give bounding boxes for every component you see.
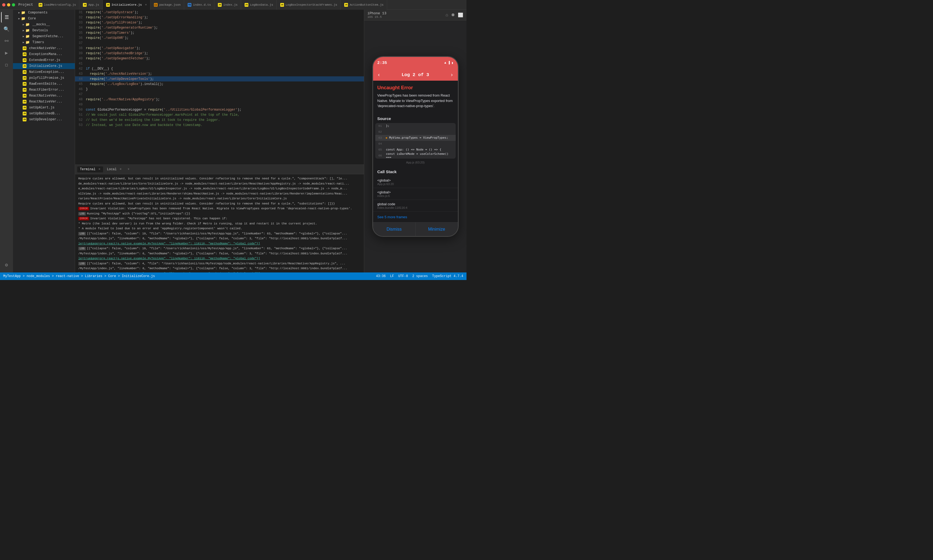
js-icon: JS: [280, 3, 284, 7]
device-name: iPhone 13: [367, 11, 386, 15]
js-icon: JS: [344, 3, 348, 7]
call-stack-function: <global>: [378, 190, 453, 194]
nav-back-arrow[interactable]: ‹: [378, 72, 381, 78]
code-line-41: 41: [75, 61, 364, 66]
minimize-button[interactable]: [7, 3, 10, 6]
tab-close-icon[interactable]: ×: [145, 3, 147, 6]
source-line-number: 65: [378, 148, 386, 151]
source-line-number: 62: [378, 130, 386, 134]
line-content: require('./setUpXHR');: [86, 36, 128, 40]
log-badge: LOG: [78, 212, 86, 215]
folder-icon: 📁: [25, 40, 30, 45]
maximize-button[interactable]: [12, 3, 15, 6]
device-panel: iPhone 13 iOS 15.5 ⌂ ⏺ ⬜ 2:35 ▲ ▐ ▮: [364, 10, 467, 272]
charset: UTF-8: [398, 274, 408, 278]
tab-actionButtonItem[interactable]: JSActionButtonItem.js: [341, 0, 387, 10]
line-number: 32: [75, 15, 86, 19]
sidebar-item-label: ReactNativeVen...: [29, 94, 62, 98]
error-desc: ViewPropTypes has been removed from Reac…: [378, 93, 453, 109]
call-stack-item[interactable]: <global>App.js:63:20: [373, 176, 458, 188]
terminal-line: ERRORInvariant Violation: ViewPropTypes …: [78, 206, 361, 211]
see-more-frames[interactable]: See 5 more frames: [373, 212, 458, 222]
sidebar-item-segmentfetcher[interactable]: ▶📁SegmentFetche...: [13, 34, 75, 39]
tab-packagejson[interactable]: {}package.json: [151, 0, 184, 10]
json-icon: {}: [154, 3, 158, 7]
call-stack-item[interactable]: <global>index.js:6: [373, 188, 458, 200]
line-content: }: [86, 88, 88, 91]
sidebar-item-checknativever[interactable]: JScheckNativeVer...: [13, 45, 75, 51]
nav-forward-arrow[interactable]: ›: [450, 72, 453, 78]
terminal-tab[interactable]: Terminal ×: [77, 166, 103, 172]
extensions-icon[interactable]: ◻: [1, 59, 12, 70]
local-tab-close[interactable]: ×: [120, 168, 122, 171]
sidebar-item-setupalert[interactable]: JSsetUpAlert.js: [13, 105, 75, 111]
record-icon[interactable]: ⏺: [451, 12, 455, 17]
line-content: require('./setUpBatchedBridge');: [86, 52, 148, 55]
close-button[interactable]: [2, 3, 5, 6]
debug-icon[interactable]: ▶: [1, 48, 12, 58]
tab-loadMetroConfig[interactable]: JSloadMetroConfig.js: [35, 0, 80, 10]
sidebar-item-reactnativever[interactable]: JSReactNativeVer...: [13, 99, 75, 105]
code-line-34: 34require('./setUpRegeneratorRuntime');: [75, 25, 364, 30]
tab-label: InitializeCore.js: [111, 3, 142, 6]
line-number: 43: [75, 72, 86, 76]
call-stack-item[interactable]: global codeindex.bundle:118116:4: [373, 200, 458, 212]
line-content: // We could just call GlobalPerformanceL…: [86, 113, 239, 117]
home-icon[interactable]: ⌂: [446, 13, 448, 17]
sidebar-item-timers[interactable]: ▶📁Timers: [13, 39, 75, 45]
tab-label: package.json: [159, 3, 180, 6]
source-line-code: const App: () => Node = () => {: [386, 148, 441, 151]
sidebar-item-reactfibererror[interactable]: JSReactFiberError...: [13, 87, 75, 93]
minimize-button[interactable]: Minimize: [415, 223, 458, 236]
tab-logBoxInspectorStackFrames[interactable]: JSLogBoxInspectorStackFrames.js: [277, 0, 341, 10]
settings-icon[interactable]: ⚙: [1, 260, 12, 270]
line-content: require('./setUpRegeneratorRuntime');: [86, 26, 158, 30]
call-stack-title: Call Stack: [373, 166, 458, 176]
sidebar-item-devtools[interactable]: ▶📁Devtools: [13, 28, 75, 34]
line-content: require('./setUpDeveloperTools');: [86, 77, 154, 81]
sidebar-item-setupbatchedb[interactable]: JSsetUpBatchedB...: [13, 111, 75, 117]
terminal-add-button[interactable]: +: [125, 166, 131, 172]
local-tab[interactable]: Local ×: [104, 166, 124, 172]
sidebar-item-core[interactable]: ▶📁Core: [13, 15, 75, 22]
line-number: 49: [75, 103, 86, 106]
tab-indexjs[interactable]: JSindex.js: [214, 0, 241, 10]
terminal-line: * Metro (the local dev server) is run fr…: [78, 222, 361, 226]
active-line-arrow: ▶: [386, 136, 388, 140]
sidebar-item-setupdeveloper[interactable]: JSsetUpDeveloper...: [13, 117, 75, 123]
sidebar-item-components[interactable]: ▶📁Components: [13, 10, 75, 15]
screenshot-icon[interactable]: ⬜: [458, 12, 463, 18]
status-time: 2:35: [378, 61, 387, 65]
line-number: 53: [75, 123, 86, 127]
sidebar-item-label: Devtools: [32, 29, 48, 32]
file-icon: JS: [23, 94, 26, 98]
sidebar-item-raweventemitte[interactable]: JSRawEventEmitte...: [13, 81, 75, 87]
sidebar-item-extendederror[interactable]: JSExtendedError.js: [13, 57, 75, 63]
log-badge: LOG: [78, 262, 86, 265]
sidebar-item-nativeexception[interactable]: JSNativeException...: [13, 69, 75, 75]
terminal-tab-close[interactable]: ×: [99, 168, 100, 171]
terminal-line: le=true&app=org.reactjs.native.example.M…: [78, 256, 361, 261]
terminal-link[interactable]: le=true&app=org.reactjs.native.example.M…: [78, 257, 260, 260]
sidebar-item-mocks[interactable]: ▶📁__mocks__: [13, 22, 75, 28]
language: TypeScript 4.7.4: [432, 274, 463, 278]
tab-indexdts[interactable]: TSindex.d.ts: [184, 0, 214, 10]
terminal-link[interactable]: le=true&app=org.reactjs.native.example.M…: [78, 242, 260, 245]
tab-initializeCore[interactable]: JSInitializeCore.js×: [103, 0, 150, 10]
code-line-39: 39require('./setUpBatchedBridge');: [75, 51, 364, 56]
sidebar-item-reactnativeven[interactable]: JSReactNativeVen...: [13, 93, 75, 99]
tab-logBoxData[interactable]: JSLogBoxData.js: [241, 0, 277, 10]
sidebar-item-exceptionsmana[interactable]: JSExceptionsMana...: [13, 51, 75, 57]
line-number: 31: [75, 11, 86, 14]
sidebar-item-initializecore[interactable]: JSInitializeCore.js: [13, 63, 75, 69]
js-icon: JS: [83, 3, 87, 7]
dismiss-button[interactable]: Dismiss: [373, 223, 416, 236]
terminal-line: Require cycles are allowed, but can resu…: [78, 177, 361, 181]
tab-appjs[interactable]: JSApp.js: [80, 0, 103, 10]
terminal-line: le=true&app=org.reactjs.native.example.M…: [78, 242, 361, 246]
search-icon[interactable]: 🔍: [1, 24, 12, 34]
explorer-icon[interactable]: ☰: [1, 12, 12, 23]
js-icon: JS: [106, 3, 110, 7]
git-icon[interactable]: ⚯: [1, 35, 12, 46]
sidebar-item-polyfillpromise[interactable]: JSpolyfillPromise.js: [13, 75, 75, 81]
